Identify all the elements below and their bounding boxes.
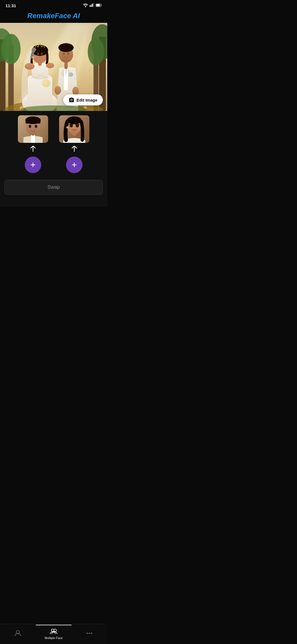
svg-point-36 bbox=[69, 72, 73, 77]
svg-point-39 bbox=[58, 43, 74, 52]
edit-image-label: Edit Image bbox=[76, 98, 97, 102]
male-upload-arrow bbox=[29, 146, 37, 154]
svg-point-57 bbox=[66, 126, 68, 129]
female-add-button[interactable] bbox=[66, 157, 82, 173]
swap-button[interactable]: Swap bbox=[4, 180, 103, 195]
male-add-button[interactable] bbox=[25, 157, 41, 173]
app-title: RemakeFace AI bbox=[27, 12, 80, 20]
svg-point-31 bbox=[46, 63, 54, 68]
svg-point-56 bbox=[67, 116, 82, 124]
svg-point-40 bbox=[63, 52, 65, 55]
svg-point-51 bbox=[29, 125, 31, 128]
status-time: 11:31 bbox=[6, 3, 16, 8]
svg-point-19 bbox=[88, 38, 104, 66]
camera-icon bbox=[69, 97, 74, 103]
svg-rect-46 bbox=[31, 135, 35, 143]
svg-rect-2 bbox=[91, 4, 92, 7]
svg-point-30 bbox=[25, 63, 35, 70]
svg-point-0 bbox=[85, 6, 86, 7]
svg-point-32 bbox=[32, 56, 34, 58]
male-face-thumbnail bbox=[18, 115, 48, 143]
svg-rect-4 bbox=[94, 3, 94, 7]
female-face-slot bbox=[59, 115, 89, 173]
face-selection-area bbox=[0, 111, 107, 176]
male-face-slot bbox=[18, 115, 48, 173]
svg-point-41 bbox=[67, 52, 69, 55]
status-bar: 11:31 bbox=[0, 0, 107, 10]
bottom-spacer bbox=[0, 199, 107, 207]
svg-rect-3 bbox=[92, 4, 93, 7]
svg-point-15 bbox=[1, 34, 21, 64]
svg-rect-1 bbox=[90, 5, 90, 7]
status-icons bbox=[83, 3, 102, 8]
svg-point-29 bbox=[41, 53, 43, 55]
battery-icon bbox=[96, 3, 102, 8]
svg-point-34 bbox=[42, 79, 47, 85]
svg-point-42 bbox=[54, 86, 61, 95]
main-image-container: Edit Image bbox=[0, 23, 107, 111]
svg-rect-50 bbox=[26, 121, 40, 124]
svg-rect-6 bbox=[96, 4, 100, 6]
svg-point-52 bbox=[35, 125, 37, 128]
signal-icon bbox=[90, 3, 94, 8]
female-face-thumbnail bbox=[59, 115, 89, 143]
edit-image-button[interactable]: Edit Image bbox=[63, 94, 103, 105]
swap-button-container: Swap bbox=[0, 176, 107, 199]
app-title-container: RemakeFace AI bbox=[0, 10, 107, 23]
female-upload-arrow bbox=[70, 146, 78, 154]
wifi-icon bbox=[83, 3, 88, 8]
svg-point-28 bbox=[37, 53, 39, 55]
